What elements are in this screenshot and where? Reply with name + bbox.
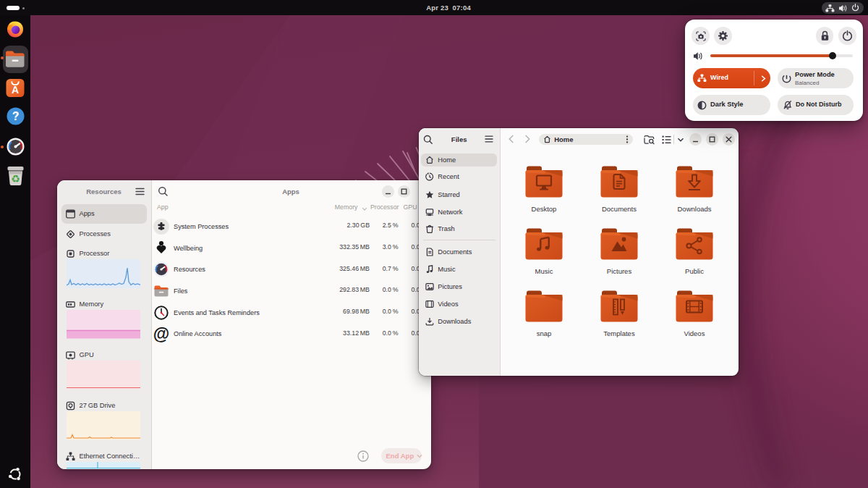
svg-text:?: ? — [12, 110, 20, 122]
svg-text:♻: ♻ — [11, 173, 20, 185]
svg-text:A: A — [12, 84, 19, 96]
